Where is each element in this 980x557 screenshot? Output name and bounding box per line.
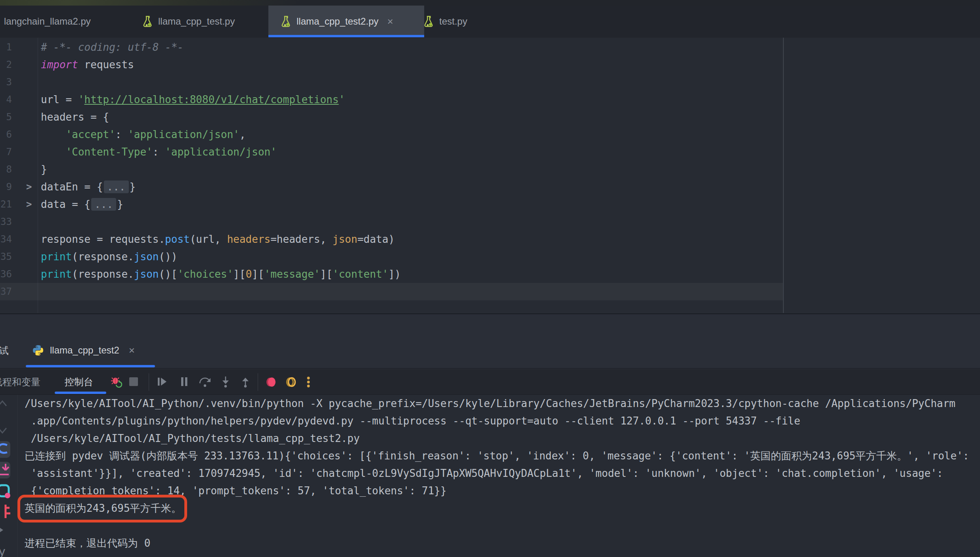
code-text: # -*- coding: utf-8 -*- [41, 38, 184, 56]
tab-threads-variables[interactable]: 线程和变量 [0, 375, 45, 389]
line-number: 7 [0, 143, 12, 161]
code-line: 6 'accept': 'application/json', [0, 126, 980, 143]
line-number: 4 [0, 91, 12, 108]
tab-console[interactable]: 控制台 [65, 375, 93, 389]
line-number: 9 [0, 178, 12, 196]
code-line: 3 [0, 73, 980, 91]
editor-tab-llama_cpp_test2-py[interactable]: llama_cpp_test2.py× [268, 6, 424, 37]
debugger-stripe-button[interactable] [0, 441, 10, 458]
python-icon [32, 344, 44, 357]
line-number: 8 [0, 161, 12, 178]
more-options-icon[interactable] [306, 376, 319, 388]
fold-arrow-icon[interactable]: > [26, 178, 32, 196]
code-text: response = requests.post(url, headers=he… [41, 230, 394, 248]
step-out-icon[interactable] [240, 376, 253, 388]
line-number: 2 [0, 56, 12, 73]
code-text: url = 'http://localhost:8080/v1/chat/com… [41, 91, 345, 108]
pycharm-window: langchain_llama2.pyllama_cpp_test.pyllam… [0, 0, 980, 557]
code-text: 'Content-Type': 'application/json' [41, 143, 277, 161]
code-text: print(response.json()) [41, 248, 177, 265]
editor-lines: 1# -*- coding: utf-8 -*-2import requests… [0, 38, 980, 300]
close-icon[interactable]: × [387, 16, 393, 27]
pause-icon[interactable] [179, 376, 192, 388]
run-tab-label: llama_cpp_test2 [50, 345, 119, 356]
console-line: /Users/kyle/AITool/AI_Python/tests/llama… [0, 430, 980, 447]
folded-region[interactable]: ... [91, 198, 116, 211]
folded-region[interactable]: ... [104, 181, 129, 193]
python-test-flask-icon [279, 15, 293, 28]
code-line: 8} [0, 161, 980, 178]
code-line: 5headers = { [0, 108, 980, 126]
step-into-icon[interactable] [220, 376, 233, 388]
pink-step-icon [0, 462, 10, 478]
editor-tab-label: llama_cpp_test.py [158, 16, 235, 27]
line-number: 33 [0, 213, 12, 230]
run-tab-llama-cpp-test2[interactable]: llama_cpp_test2 × [32, 339, 135, 362]
editor-tab-label: langchain_llama2.py [4, 16, 91, 27]
line-number: 34 [0, 230, 12, 248]
editor-tab-langchain_llama2-py[interactable]: langchain_llama2.py [0, 6, 119, 37]
code-editor[interactable]: 1# -*- coding: utf-8 -*-2import requests… [0, 38, 980, 313]
editor-tab-test-py[interactable]: test.py [413, 6, 501, 37]
breakpoint-ring-icon[interactable] [285, 376, 297, 388]
code-text: data = {...} [41, 196, 123, 213]
code-text: dataEn = {...} [41, 178, 136, 196]
clipped-glyph: y [0, 545, 6, 557]
run-marker-icon [0, 526, 3, 534]
fold-arrow-icon[interactable]: > [26, 196, 32, 213]
console-line: 'assistant'}}], 'created': 1709742945, '… [0, 465, 980, 482]
python-test-flask-icon [141, 15, 154, 28]
line-number: 6 [0, 126, 12, 143]
fold-chevron-icon[interactable] [0, 399, 8, 407]
console-line: /Users/kyle/AITool/AI_Python/.venv/bin/p… [0, 395, 980, 412]
code-line: 4url = 'http://localhost:8080/v1/chat/co… [0, 91, 980, 108]
code-line: 7 'Content-Type': 'application/json' [0, 143, 980, 161]
code-line: 33 [0, 213, 980, 230]
close-icon[interactable]: × [129, 344, 135, 357]
fold-chevron-icon[interactable] [0, 426, 8, 435]
resume-icon[interactable] [156, 376, 169, 388]
rerun-debug-icon[interactable] [110, 376, 123, 388]
active-tab-underline [268, 35, 424, 37]
step-over-icon[interactable] [198, 376, 211, 388]
code-line: 2import requests [0, 56, 980, 73]
active-console-tab-underline [55, 392, 106, 394]
editor-tab-label: llama_cpp_test2.py [297, 16, 379, 27]
code-text: 'accept': 'application/json', [41, 126, 246, 143]
window-title-strip [0, 0, 980, 6]
toolbar-separator [149, 373, 149, 391]
code-line: 21>data = {...} [0, 196, 980, 213]
python-stripe-button[interactable] [0, 483, 10, 500]
red-glyph-icon [0, 503, 10, 520]
line-number: 35 [0, 248, 12, 265]
tool-window-title-debug: 调试 [0, 344, 15, 358]
code-text: print(response.json()['choices'][0]['mes… [41, 265, 401, 283]
line-number: 1 [0, 38, 12, 56]
code-text: import requests [41, 56, 134, 73]
code-text: headers = { [41, 108, 109, 126]
code-line: 36print(response.json()['choices'][0]['m… [0, 265, 980, 283]
console-line: 进程已结束，退出代码为 0 [0, 534, 980, 552]
line-number: 5 [0, 108, 12, 126]
stop-icon[interactable] [128, 376, 140, 388]
blue-debug-icon [0, 441, 10, 458]
editor-tab-bar: langchain_llama2.pyllama_cpp_test.pyllam… [0, 6, 980, 38]
debug-console-output[interactable]: /Users/kyle/AITool/AI_Python/.venv/bin/p… [0, 395, 980, 557]
cyan-python-icon [0, 483, 10, 500]
red-stripe-button[interactable] [0, 503, 10, 520]
breakpoint-red-icon[interactable] [265, 376, 278, 388]
code-line: 37 [0, 283, 783, 300]
python-test-flask-icon [422, 15, 435, 28]
run-tool-window-header: 调试 llama_cpp_test2 × [0, 313, 980, 369]
step-stripe-button[interactable] [0, 462, 10, 478]
line-number: 37 [0, 283, 12, 300]
code-line: 34response = requests.post(url, headers=… [0, 230, 980, 248]
editor-tab-llama_cpp_test-py[interactable]: llama_cpp_test.py [131, 6, 264, 37]
line-number: 36 [0, 265, 12, 283]
console-line: 已连接到 pydev 调试器(内部版本号 233.13763.11){'choi… [0, 447, 980, 465]
annotation-ellipse [17, 495, 187, 522]
debug-toolbar: 线程和变量 控制台 [0, 369, 980, 395]
line-number: 21 [0, 196, 12, 213]
line-number: 3 [0, 73, 12, 91]
active-run-tab-underline [26, 365, 155, 367]
